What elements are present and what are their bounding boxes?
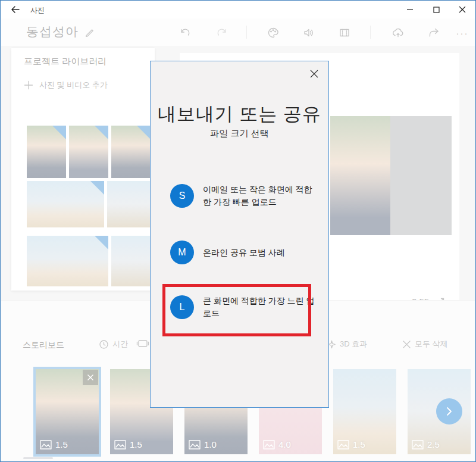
close-icon	[459, 6, 466, 13]
minimize-icon	[406, 6, 414, 13]
title-bar: 사진	[1, 1, 475, 18]
close-button[interactable]	[449, 1, 475, 18]
maximize-icon	[433, 7, 440, 13]
dialog-close-button[interactable]	[308, 68, 320, 80]
dialog-subtitle: 파일 크기 선택	[151, 128, 328, 139]
export-share-dialog: 내보내기 또는 공유 파일 크기 선택 S 이메일 또는 작은 화면에 적합한 …	[150, 61, 329, 408]
window-controls	[397, 1, 475, 18]
dialog-close-icon	[309, 69, 319, 79]
size-badge-m: M	[170, 241, 194, 264]
back-arrow-icon	[10, 4, 21, 15]
dialog-title: 내보내기 또는 공유	[151, 102, 328, 127]
size-badge-s: S	[170, 184, 194, 208]
back-button[interactable]	[8, 2, 23, 17]
annotation-highlight-rectangle	[162, 284, 311, 336]
app-title: 사진	[30, 5, 45, 15]
photos-app-window: 사진 동섭성아	[0, 0, 476, 462]
size-option-medium[interactable]: M 온라인 공유 모범 사례	[170, 241, 320, 264]
maximize-button[interactable]	[423, 1, 449, 18]
size-option-small[interactable]: S 이메일 또는 작은 화면에 적합한 가장 빠른 업로드	[170, 183, 320, 208]
size-option-s-label: 이메일 또는 작은 화면에 적합한 가장 빠른 업로드	[203, 183, 320, 208]
minimize-button[interactable]	[397, 1, 423, 18]
size-option-m-label: 온라인 공유 모범 사례	[203, 246, 320, 259]
